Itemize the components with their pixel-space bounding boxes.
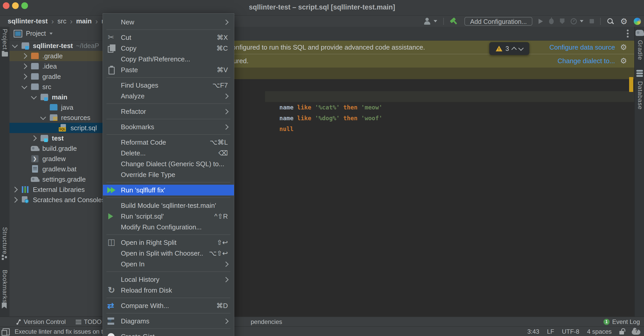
menu-item[interactable]: Build Module 'sqllinter-test.main'	[103, 200, 234, 211]
tree-row[interactable]: resources	[9, 113, 104, 123]
profiler-icon[interactable]	[571, 18, 577, 24]
tree-row[interactable]: main	[9, 92, 104, 102]
menu-item[interactable]: Delete... ⌫	[103, 148, 234, 158]
tree-chevron-icon[interactable]	[22, 74, 27, 80]
editor-options-kebab-icon[interactable]	[627, 30, 629, 38]
menu-item[interactable]: Change Dialect (Generic SQL) to...	[103, 158, 234, 169]
tree-chevron-icon[interactable]	[12, 197, 18, 203]
chevron-down-icon[interactable]	[434, 20, 437, 22]
project-tool-icon[interactable]	[2, 52, 8, 57]
tree-row[interactable]: gradlew.bat	[9, 164, 104, 174]
caret-position[interactable]: 3:43	[527, 328, 539, 335]
tree-row[interactable]: .gradle	[9, 51, 104, 61]
tree-row[interactable]: script.sql	[9, 123, 104, 133]
tool-window-button-todo[interactable]: TODO	[76, 317, 102, 327]
menu-item[interactable]: Copy ⌘C	[103, 43, 234, 54]
tree-item-label: External Libraries	[33, 186, 85, 194]
stop-icon[interactable]	[590, 19, 594, 23]
project-panel-header[interactable]: Project	[9, 27, 104, 41]
menu-item[interactable]: Local History	[103, 274, 234, 285]
tool-window-button-dependencies[interactable]: pendencies	[251, 317, 282, 327]
banner-settings-gear-icon[interactable]: ⚙	[620, 57, 627, 65]
previous-warning-icon[interactable]	[511, 46, 517, 52]
menu-item[interactable]: Bookmarks	[103, 122, 234, 132]
menu-item[interactable]: Reformat Code ⌥⌘L	[103, 137, 234, 148]
configure-data-source-link[interactable]: Configure data source	[549, 43, 615, 51]
menu-item[interactable]: Reload from Disk	[103, 285, 234, 296]
settings-gear-icon[interactable]: ⚙	[620, 17, 628, 25]
menu-item[interactable]: Compare With... ⌘D	[103, 300, 234, 311]
tree-chevron-icon[interactable]	[31, 135, 37, 141]
menu-item[interactable]: Open in Right Split ⇧↩	[103, 237, 234, 248]
tool-window-button-project[interactable]: Project	[1, 29, 8, 50]
tree-chevron-icon[interactable]	[40, 114, 46, 120]
tool-window-button-bookmarks[interactable]: Bookmarks	[1, 270, 8, 303]
search-everywhere-icon[interactable]	[607, 18, 614, 25]
tree-row[interactable]: test	[9, 133, 104, 143]
chevron-down-icon[interactable]	[50, 33, 53, 35]
menu-item[interactable]: Copy Path/Reference...	[103, 54, 234, 64]
menu-item[interactable]: Refactor	[103, 106, 234, 117]
menu-item[interactable]: Run 'sqlfluff fix'	[103, 185, 234, 195]
tree-row[interactable]: gradle	[9, 71, 104, 82]
tree-chevron-icon[interactable]	[12, 187, 18, 193]
tree-row[interactable]: gradlew	[9, 154, 104, 164]
tree-row[interactable]: sqllinter-test ~/IdeaP	[9, 41, 104, 51]
menu-item[interactable]: Modify Run Configuration...	[103, 222, 234, 232]
tree-chevron-icon[interactable]	[22, 83, 27, 89]
run-icon[interactable]	[539, 19, 543, 24]
warning-triangle-icon[interactable]	[496, 46, 502, 51]
coverage-icon[interactable]	[560, 18, 564, 24]
file-encoding[interactable]: UTF-8	[562, 328, 579, 335]
menu-item[interactable]: Cut ⌘X	[103, 32, 234, 43]
menu-item[interactable]: Override File Type	[103, 169, 234, 180]
menu-item[interactable]: Create Gist	[103, 331, 234, 336]
menu-item[interactable]: Diagrams	[103, 316, 234, 326]
tree-row[interactable]: settings.gradle	[9, 174, 104, 184]
tree-row[interactable]: src	[9, 82, 104, 92]
tool-window-button-event-log[interactable]: 1 Event Log	[603, 317, 640, 327]
menu-item[interactable]: Find Usages ⌥F7	[103, 80, 234, 91]
tree-row[interactable]: build.gradle	[9, 143, 104, 154]
debug-icon[interactable]	[549, 18, 554, 24]
cloud-help-icon[interactable]	[632, 330, 640, 335]
menu-item[interactable]: Open in Split with Chooser... ⌥⇧↩	[103, 248, 234, 259]
menu-item[interactable]: Run 'script.sql' ^⇧R	[103, 211, 234, 222]
tree-row[interactable]: Scratches and Consoles	[9, 195, 104, 205]
readonly-lock-icon[interactable]	[619, 331, 624, 334]
tree-row[interactable]: java	[9, 102, 104, 113]
chevron-down-icon[interactable]	[580, 20, 583, 22]
menu-item[interactable]: Open In	[103, 259, 234, 269]
tree-chevron-icon[interactable]	[31, 94, 37, 100]
tool-window-switcher-icon[interactable]	[3, 328, 10, 335]
database-icon[interactable]	[636, 70, 643, 72]
breadcrumb-project[interactable]: sqllinter-test	[8, 17, 48, 25]
tool-window-button-structure[interactable]: Structure	[1, 227, 8, 254]
breadcrumb-main[interactable]: main	[76, 17, 92, 25]
build-hammer-icon[interactable]	[448, 15, 460, 27]
tree-row[interactable]: External Libraries	[9, 184, 104, 195]
tree-chevron-icon[interactable]	[22, 53, 27, 59]
tool-window-button-version-control[interactable]: Version Control	[16, 317, 66, 327]
menu-item[interactable]: Analyze	[103, 91, 234, 101]
tree-row[interactable]: .idea	[9, 61, 104, 71]
user-avatar-icon[interactable]	[423, 17, 431, 25]
tree-chevron-icon[interactable]	[22, 63, 27, 69]
bookmark-flag-icon[interactable]	[2, 303, 7, 309]
banner-settings-gear-icon[interactable]: ⚙	[620, 43, 627, 51]
tool-window-button-gradle[interactable]: Gradle	[637, 40, 644, 60]
indent-setting[interactable]: 4 spaces	[587, 328, 612, 335]
next-warning-icon[interactable]	[518, 45, 524, 51]
code-with-me-icon[interactable]	[634, 18, 641, 25]
gradle-elephant-icon[interactable]	[636, 30, 644, 36]
structure-tool-icon[interactable]	[2, 255, 7, 260]
tree-chevron-icon[interactable]	[12, 42, 18, 48]
line-separator[interactable]: LF	[547, 328, 554, 335]
menu-item[interactable]: New	[103, 17, 234, 27]
menu-item[interactable]: Paste ⌘V	[103, 64, 234, 75]
add-configuration-button[interactable]: Add Configuration...	[464, 17, 532, 26]
tool-window-button-database[interactable]: Database	[637, 81, 644, 110]
scrollbar-warning-stripe[interactable]	[629, 77, 633, 92]
change-dialect-link[interactable]: Change dialect to...	[558, 57, 615, 65]
breadcrumb-src[interactable]: src	[57, 17, 66, 25]
